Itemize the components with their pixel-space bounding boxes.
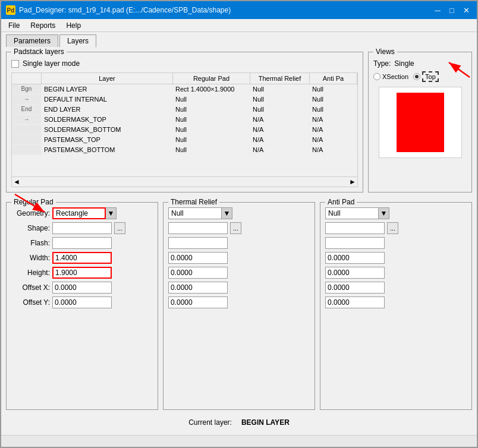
shape-row: Shape: ... xyxy=(11,222,153,234)
row-regular-pad-3: Null xyxy=(173,115,250,124)
title-bar: Pd Pad_Designer: smd_1r9_1r4.pad (E:.../… xyxy=(1,1,477,19)
svg-line-3 xyxy=(15,194,45,212)
maximize-button[interactable]: □ xyxy=(446,4,458,16)
anti-pad-group: Anti Pad Null ▼ ... xyxy=(320,202,472,410)
window-title: Pad_Designer: smd_1r9_1r4.pad (E:.../Cad… xyxy=(19,6,231,14)
table-row[interactable]: → DEFAULT INTERNAL Null Null Null xyxy=(12,94,357,105)
close-button[interactable]: ✕ xyxy=(460,4,472,16)
table-row[interactable]: SOLDERMASK_BOTTOM Null N/A N/A xyxy=(12,125,357,135)
geometry-select[interactable]: Rectangle xyxy=(52,207,106,219)
current-layer-bar: Current layer: BEGIN LAYER xyxy=(6,415,472,430)
app-icon: Pd xyxy=(6,5,15,15)
scroll-right-icon[interactable]: ► xyxy=(349,178,356,186)
row-label-5 xyxy=(12,135,42,144)
flash-input[interactable] xyxy=(52,237,112,249)
minimize-button[interactable]: ─ xyxy=(432,4,444,16)
tr-shape-input[interactable] xyxy=(168,222,228,234)
row-anti-6: N/A xyxy=(310,145,357,154)
xsection-label: XSection xyxy=(382,73,408,80)
tr-shape-row: ... xyxy=(168,222,310,234)
table-body[interactable]: Bgn BEGIN LAYER Rect 1.4000×1.9000 Null … xyxy=(12,84,357,176)
offset-x-input[interactable] xyxy=(52,282,112,294)
table-row[interactable]: PASTEMASK_BOTTOM Null N/A N/A xyxy=(12,145,357,155)
row-label-2: End xyxy=(12,105,42,114)
ap-flash-input[interactable] xyxy=(325,237,385,249)
tr-flash-input[interactable] xyxy=(168,237,228,249)
ap-dropdown-arrow[interactable]: ▼ xyxy=(379,207,389,219)
thermal-relief-group: Thermal Relief Null ▼ ... xyxy=(163,202,315,410)
xsection-radio-btn[interactable] xyxy=(373,73,380,80)
ap-offset-x-row xyxy=(325,282,467,294)
row-layer-4: SOLDERMASK_BOTTOM xyxy=(42,125,173,134)
table-row[interactable]: Bgn BEGIN LAYER Rect 1.4000×1.9000 Null … xyxy=(12,84,357,94)
ap-flash-row xyxy=(325,237,467,249)
tr-offset-x-row xyxy=(168,282,310,294)
type-value: Single xyxy=(394,59,414,68)
tr-geometry-select[interactable]: Null xyxy=(168,207,222,219)
ap-width-input[interactable] xyxy=(325,252,385,264)
row-label-0: Bgn xyxy=(12,84,42,94)
ap-shape-input[interactable] xyxy=(325,222,385,234)
row-layer-6: PASTEMASK_BOTTOM xyxy=(42,145,173,154)
row-thermal-6: N/A xyxy=(250,145,310,154)
table-row[interactable]: End END LAYER Null Null Null xyxy=(12,105,357,115)
row-thermal-3: N/A xyxy=(250,115,310,124)
row-anti-0: Null xyxy=(310,84,357,94)
ap-shape-dots-button[interactable]: ... xyxy=(387,222,398,234)
offset-y-input[interactable] xyxy=(52,296,112,308)
tab-layers[interactable]: Layers xyxy=(59,34,96,48)
table-row[interactable]: PASTEMASK_TOP Null N/A N/A xyxy=(12,135,357,145)
top-label: Top xyxy=(422,71,439,82)
xsection-radio[interactable]: XSection xyxy=(373,73,408,80)
tr-dropdown-arrow[interactable]: ▼ xyxy=(222,207,232,219)
tr-offset-y-input[interactable] xyxy=(168,296,228,308)
scroll-arrows: ◄ ► xyxy=(12,176,357,187)
offset-x-row: Offset X: xyxy=(11,282,153,294)
tr-geometry-row: Null ▼ xyxy=(168,207,310,219)
tr-shape-dots-button[interactable]: ... xyxy=(230,222,241,234)
top-radio-btn[interactable] xyxy=(413,73,420,80)
tr-flash-row xyxy=(168,237,310,249)
height-label: Height: xyxy=(11,269,50,277)
ap-width-row xyxy=(325,252,467,264)
layers-table: Layer Regular Pad Thermal Relief Anti Pa… xyxy=(11,72,358,187)
regular-pad-group: Regular Pad Geometry: Rectangle ▼ Shape:… xyxy=(6,202,158,410)
ap-geometry-select[interactable]: Null xyxy=(325,207,379,219)
ap-height-input[interactable] xyxy=(325,267,385,279)
ap-height-row xyxy=(325,267,467,279)
svg-line-1 xyxy=(449,62,470,77)
row-regular-pad-2: Null xyxy=(173,105,250,114)
single-layer-checkbox[interactable] xyxy=(11,60,19,68)
views-label: Views xyxy=(373,48,397,56)
height-input[interactable] xyxy=(52,267,112,279)
scroll-left-icon[interactable]: ◄ xyxy=(13,178,20,186)
table-row[interactable]: → SOLDERMASK_TOP Null N/A N/A xyxy=(12,115,357,125)
anti-pad-label: Anti Pad xyxy=(325,198,357,206)
ap-offset-y-row xyxy=(325,296,467,308)
tab-parameters[interactable]: Parameters xyxy=(6,34,58,47)
tr-height-input[interactable] xyxy=(168,267,228,279)
menu-help[interactable]: Help xyxy=(61,20,86,31)
ap-offset-y-input[interactable] xyxy=(325,296,385,308)
padstack-layers-label: Padstack layers xyxy=(11,48,67,56)
tr-offset-x-input[interactable] xyxy=(168,282,228,294)
top-radio[interactable]: Top xyxy=(413,71,439,82)
tr-width-input[interactable] xyxy=(168,252,228,264)
menu-reports[interactable]: Reports xyxy=(26,20,60,31)
shape-input[interactable] xyxy=(52,222,112,234)
width-input[interactable] xyxy=(52,252,112,264)
col-label xyxy=(12,73,42,84)
width-label: Width: xyxy=(11,254,50,262)
geometry-dropdown-arrow[interactable]: ▼ xyxy=(106,207,117,219)
width-row: Width: xyxy=(11,252,153,264)
arrow-annotation xyxy=(443,56,473,80)
ap-geometry-row: Null ▼ xyxy=(325,207,467,219)
row-layer-2: END LAYER xyxy=(42,105,173,114)
shape-dots-button[interactable]: ... xyxy=(114,222,125,234)
row-layer-5: PASTEMASK_TOP xyxy=(42,135,173,144)
height-row: Height: xyxy=(11,267,153,279)
col-thermal-relief: Thermal Relief xyxy=(250,73,310,84)
ap-offset-x-input[interactable] xyxy=(325,282,385,294)
padstack-layers-group: Padstack layers Single layer mode Layer … xyxy=(6,52,363,193)
menu-file[interactable]: File xyxy=(4,20,24,31)
